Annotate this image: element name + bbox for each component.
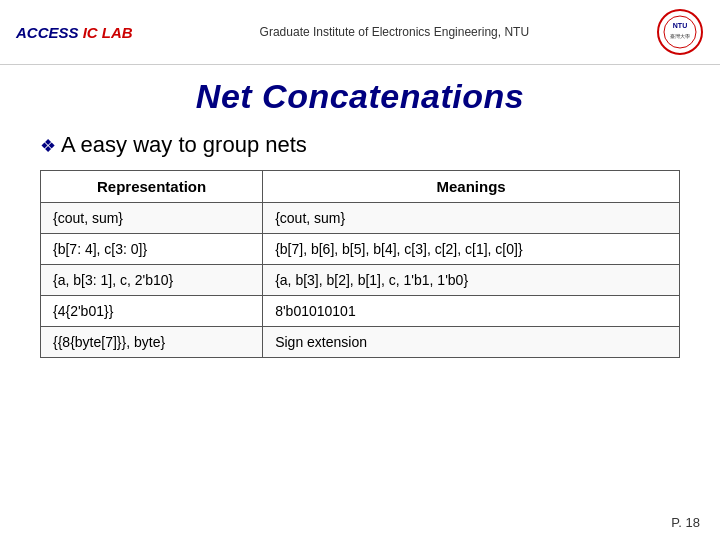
table-cell-r4-c1: Sign extension [263,327,680,358]
header-subtitle: Graduate Institute of Electronics Engine… [153,25,636,39]
header: ACCESS IC LAB Graduate Institute of Elec… [0,0,720,65]
footer: P. 18 [671,515,700,530]
emblem: NTU 臺灣大學 [656,8,704,56]
table-cell-r2-c0: {a, b[3: 1], c, 2'b10} [41,265,263,296]
svg-text:臺灣大學: 臺灣大學 [670,33,690,39]
table-cell-r1-c0: {b[7: 4], c[3: 0]} [41,234,263,265]
table-row: {4{2'b01}}8'b01010101 [41,296,680,327]
table-header-row: Representation Meanings [41,171,680,203]
table-row: {cout, sum}{cout, sum} [41,203,680,234]
table-cell-r4-c0: {{8{byte[7]}}, byte} [41,327,263,358]
table-row: {{8{byte[7]}}, byte}Sign extension [41,327,680,358]
table-row: {b[7: 4], c[3: 0]}{b[7], b[6], b[5], b[4… [41,234,680,265]
svg-point-0 [658,10,702,54]
table-cell-r0-c1: {cout, sum} [263,203,680,234]
table-cell-r3-c0: {4{2'b01}} [41,296,263,327]
col-header-representation: Representation [41,171,263,203]
logo-ic-lab: IC LAB [79,24,133,41]
net-concatenation-table: Representation Meanings {cout, sum}{cout… [40,170,680,358]
page-number: P. 18 [671,515,700,530]
table-row: {a, b[3: 1], c, 2'b10}{a, b[3], b[2], b[… [41,265,680,296]
page-title-section: Net Concatenations [0,65,720,124]
subtitle-section: A easy way to group nets [0,124,720,170]
col-header-meanings: Meanings [263,171,680,203]
table-cell-r3-c1: 8'b01010101 [263,296,680,327]
logo-access: ACCESS [16,24,79,41]
table-section: Representation Meanings {cout, sum}{cout… [0,170,720,358]
svg-text:NTU: NTU [673,22,687,29]
logo: ACCESS IC LAB [16,24,133,41]
table-cell-r1-c1: {b[7], b[6], b[5], b[4], c[3], c[2], c[1… [263,234,680,265]
table-cell-r0-c0: {cout, sum} [41,203,263,234]
page-subtitle: A easy way to group nets [40,132,680,158]
svg-point-1 [664,16,696,48]
table-cell-r2-c1: {a, b[3], b[2], b[1], c, 1'b1, 1'b0} [263,265,680,296]
page-title: Net Concatenations [0,77,720,116]
